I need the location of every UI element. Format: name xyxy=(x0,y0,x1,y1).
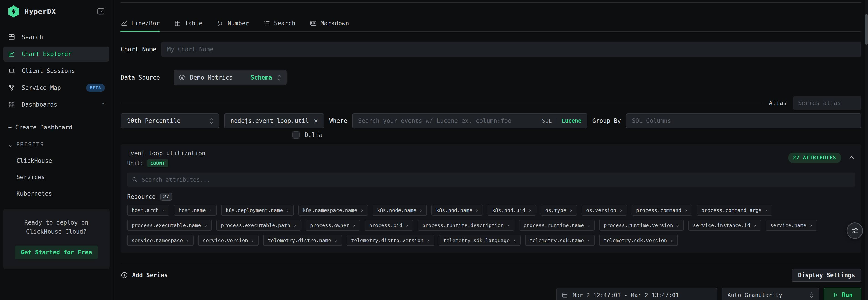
attribute-chip[interactable]: process.runtime.description› xyxy=(417,220,515,231)
attribute-chip[interactable]: process.command› xyxy=(632,205,692,216)
aggregation-select[interactable]: 90th Percentile xyxy=(121,113,219,128)
alias-divider xyxy=(121,103,763,103)
attribute-chip-label: telemetry.sdk.language xyxy=(443,238,509,243)
preset-item-clickhouse[interactable]: ClickHouse xyxy=(0,157,113,164)
query-language-toggle[interactable]: SQL | Lucene xyxy=(542,118,581,124)
collapse-panel-icon[interactable] xyxy=(848,154,855,161)
attribute-chip[interactable]: telemetry.distro.version› xyxy=(347,235,434,246)
attribute-chip-label: service.version xyxy=(203,238,248,243)
tab-table[interactable]: Table xyxy=(174,16,203,31)
lucene-option[interactable]: Lucene xyxy=(562,118,582,124)
preset-item-services[interactable]: Services xyxy=(0,174,113,181)
delta-row: Delta xyxy=(292,131,861,139)
tab-line-bar[interactable]: Line/Bar xyxy=(121,16,160,31)
tab-search[interactable]: Search xyxy=(264,16,295,31)
beta-badge: BETA xyxy=(86,84,105,92)
attribute-chip-label: service.namespace xyxy=(132,238,183,243)
sql-option[interactable]: SQL xyxy=(542,118,552,124)
presets-header[interactable]: ⌄ PRESETS xyxy=(0,141,113,148)
run-button[interactable]: Run xyxy=(824,288,861,300)
attribute-chip[interactable]: k8s.node.name› xyxy=(373,205,427,216)
attribute-chip-label: process.executable.name xyxy=(132,222,201,228)
attribute-chip[interactable]: k8s.pod.uid› xyxy=(488,205,536,216)
create-dashboard-button[interactable]: + Create Dashboard xyxy=(8,124,113,131)
attribute-chip-label: process.executable.path xyxy=(221,222,290,228)
attribute-chip[interactable]: host.arch› xyxy=(127,205,169,216)
sidebar-item-dashboards[interactable]: Dashboards ⌃ xyxy=(3,97,109,112)
where-search-input[interactable] xyxy=(358,114,539,128)
chart-options-fab[interactable] xyxy=(846,222,863,239)
sidebar-item-client-sessions[interactable]: Client Sessions xyxy=(3,63,109,78)
attribute-chip[interactable]: process.executable.path› xyxy=(216,220,301,231)
data-source-select[interactable]: Demo Metrics Schema xyxy=(174,70,287,85)
tab-label: Table xyxy=(185,20,203,27)
attribute-chip[interactable]: process.owner› xyxy=(306,220,360,231)
attribute-chip[interactable]: os.version› xyxy=(582,205,627,216)
time-range-picker[interactable]: Mar 2 12:47:01 - Mar 2 13:47:01 xyxy=(556,288,717,300)
sidebar-item-service-map[interactable]: Service Map BETA xyxy=(3,80,109,95)
attribute-chip[interactable]: telemetry.sdk.name› xyxy=(525,235,595,246)
presets-header-label: PRESETS xyxy=(16,141,44,148)
attribute-chip-label: host.arch xyxy=(132,208,159,213)
granularity-select[interactable]: Auto Granularity xyxy=(721,288,819,300)
group-by-input[interactable] xyxy=(626,113,861,128)
attribute-chip[interactable]: k8s.pod.name› xyxy=(432,205,483,216)
attribute-chip[interactable]: process.command_args› xyxy=(697,205,772,216)
get-started-button[interactable]: Get Started for Free xyxy=(15,246,98,259)
selected-metric-chip[interactable]: nodejs.event_loop.util × xyxy=(224,113,324,128)
add-series-button[interactable]: Add Series xyxy=(121,272,168,279)
remove-metric-icon[interactable]: × xyxy=(314,117,318,124)
attribute-chip[interactable]: k8s.namespace.name› xyxy=(298,205,368,216)
chevron-right-icon: › xyxy=(475,208,478,213)
attribute-chip[interactable]: process.pid› xyxy=(365,220,413,231)
run-bar: Mar 2 12:47:01 - Mar 2 13:47:01 Auto Gra… xyxy=(121,288,861,300)
add-series-label: Add Series xyxy=(132,272,168,278)
area-chart-icon xyxy=(121,20,127,27)
attribute-search-input[interactable] xyxy=(142,172,850,187)
alias-input[interactable] xyxy=(793,96,861,110)
attribute-chip[interactable]: service.name› xyxy=(766,220,817,231)
attribute-chip[interactable]: process.runtime.name› xyxy=(519,220,594,231)
sidebar-header: HyperDX xyxy=(0,0,113,23)
chevron-right-icon: › xyxy=(513,238,516,243)
attribute-chip-label: telemetry.sdk.version xyxy=(603,238,667,243)
attribute-chip[interactable]: telemetry.distro.name› xyxy=(263,235,342,246)
attribute-chip[interactable]: process.runtime.version› xyxy=(599,220,684,231)
attributes-count-badge: 27 ATTRIBUTES xyxy=(788,153,841,163)
table-icon xyxy=(174,20,181,27)
schema-link[interactable]: Schema xyxy=(251,74,272,81)
delta-checkbox[interactable] xyxy=(292,131,300,139)
collapse-sidebar-icon[interactable] xyxy=(97,7,105,16)
sidebar-item-chart-explorer[interactable]: Chart Explorer xyxy=(3,47,109,61)
attribute-chip[interactable]: process.executable.name› xyxy=(127,220,212,231)
attribute-chip[interactable]: telemetry.sdk.language› xyxy=(439,235,521,246)
unit-value-badge: COUNT xyxy=(147,159,168,167)
sidebar-item-search[interactable]: Search xyxy=(3,30,109,45)
tab-markdown[interactable]: Markdown xyxy=(310,16,349,31)
preset-item-kubernetes[interactable]: Kubernetes xyxy=(0,190,113,197)
scrollbar-track xyxy=(865,0,868,300)
list-icon xyxy=(264,20,270,27)
attribute-chip-label: process.runtime.name xyxy=(524,222,584,228)
attribute-chip-label: process.owner xyxy=(310,222,349,228)
display-settings-button[interactable]: Display Settings xyxy=(792,269,861,282)
attribute-chip[interactable]: os.type› xyxy=(540,205,577,216)
chevron-right-icon: › xyxy=(360,208,363,213)
service-map-icon xyxy=(8,84,15,91)
attribute-chip-label: k8s.pod.name xyxy=(436,208,472,213)
chart-name-input[interactable] xyxy=(161,42,861,57)
section-divider xyxy=(121,263,861,263)
chevron-right-icon: › xyxy=(209,208,212,213)
attribute-search-wrap xyxy=(127,172,855,187)
attribute-chip[interactable]: host.name› xyxy=(174,205,216,216)
chevron-right-icon: › xyxy=(335,238,337,243)
attribute-chip[interactable]: service.instance.id› xyxy=(688,220,761,231)
attribute-chip[interactable]: k8s.deployment.name› xyxy=(221,205,294,216)
promo-text: Ready to deploy on ClickHouse Cloud? xyxy=(9,218,103,237)
attribute-chip[interactable]: telemetry.sdk.version› xyxy=(599,235,678,246)
chevron-down-icon: ⌄ xyxy=(9,141,12,148)
attribute-chip[interactable]: service.namespace› xyxy=(127,235,193,246)
tab-number[interactable]: 123 Number xyxy=(217,16,249,31)
attribute-chip[interactable]: service.version› xyxy=(198,235,259,246)
scrollbar-thumb[interactable] xyxy=(865,14,868,45)
